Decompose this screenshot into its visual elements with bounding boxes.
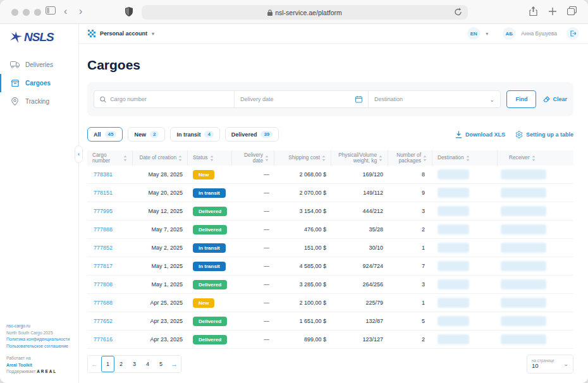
pagination-page-3[interactable]: 3 (128, 356, 141, 372)
table-row[interactable]: 777888 May 7, 2025 Delivered — 476,00 $ … (87, 221, 573, 239)
column-header-weight[interactable]: Physical/Volume weight, kg (331, 150, 388, 166)
tab-all[interactable]: All45 (87, 127, 123, 142)
areal-toolkit-link[interactable]: Areal Toolkit (6, 362, 77, 369)
table-row[interactable]: 778151 May 20, 2025 In transit — 2 070,0… (87, 184, 573, 202)
cargo-number-link[interactable]: 777808 (87, 281, 133, 288)
table-row[interactable]: 777852 May 2, 2025 In transit — 151,00 $… (87, 239, 573, 257)
sidebar-toggle-icon[interactable] (46, 6, 56, 15)
column-header-receiver[interactable]: Receiver (498, 150, 573, 166)
pagination-prev-button[interactable]: ← (88, 356, 101, 372)
window-minimize-button[interactable] (23, 9, 30, 16)
box-icon (10, 79, 20, 87)
shield-icon[interactable] (125, 7, 133, 16)
window-zoom-button[interactable] (34, 9, 41, 16)
cargo-number-link[interactable]: 777688 (87, 300, 133, 306)
tab-overview-icon[interactable] (567, 6, 577, 15)
avatar[interactable]: АБ (503, 27, 515, 40)
clear-button[interactable]: Clear (543, 96, 567, 103)
cargo-number-link[interactable]: 777995 (87, 208, 133, 214)
language-switcher[interactable]: EN (467, 27, 480, 40)
cargo-number-link[interactable]: 777852 (87, 245, 133, 251)
destination-field[interactable]: ⌄ (369, 91, 500, 107)
sidebar-item-label: Tracking (25, 98, 49, 105)
date-of-creation-cell: May 2, 2025 (133, 245, 188, 251)
table-row[interactable]: 777616 Apr 23, 2025 Delivered — 899,00 $… (87, 331, 573, 349)
app-logo[interactable]: NSLS (0, 24, 78, 49)
cargo-number-link[interactable]: 777652 (87, 318, 133, 324)
sidebar-item-cargoes[interactable]: Cargoes (0, 74, 78, 92)
reload-icon[interactable] (454, 8, 462, 16)
table-row[interactable]: 778381 May 28, 2025 New — 2 068,00 $ 169… (87, 166, 573, 184)
destination-redacted (438, 243, 469, 253)
page-title: Cargoes (87, 58, 573, 73)
pagination-page-1[interactable]: 1 (101, 356, 114, 372)
table-row[interactable]: 777995 May 12, 2025 Delivered — 3 154,00… (87, 202, 573, 221)
column-header-cargo-number[interactable]: Cargo number (87, 150, 133, 166)
cargo-number-link[interactable]: 777616 (87, 336, 133, 343)
table-row[interactable]: 777652 Apr 23, 2025 Delivered — 1 651,00… (87, 312, 573, 331)
destination-cell (432, 224, 498, 234)
tab-new[interactable]: New2 (128, 127, 165, 142)
table-row[interactable]: 777817 May 1, 2025 In transit — 4 585,00… (87, 257, 573, 276)
destination-cell (432, 188, 498, 198)
pagination-page-4[interactable]: 4 (141, 356, 154, 372)
status-badge: In transit (193, 243, 226, 253)
share-icon[interactable] (529, 6, 537, 16)
delivery-date-field[interactable] (235, 91, 369, 107)
status-cell: Delivered (188, 225, 232, 234)
new-tab-icon[interactable] (549, 8, 556, 15)
site-link[interactable]: nsc-cargo.ru (6, 323, 77, 330)
pagination-next-button[interactable]: → (168, 356, 181, 372)
cargo-number-link[interactable]: 777817 (87, 263, 133, 269)
pagination-page-5[interactable]: 5 (154, 356, 168, 372)
packages-cell: 9 (388, 190, 432, 196)
table-settings-button[interactable]: Setting up a table (515, 131, 573, 138)
column-header-date-of-creation[interactable]: Date of creation (133, 150, 188, 166)
delivery-date-input[interactable] (240, 96, 352, 102)
cargo-number-field[interactable] (94, 91, 235, 107)
address-bar[interactable]: nsl-service.ae/platform (142, 5, 468, 20)
forward-button[interactable]: › (79, 6, 82, 17)
terms-link[interactable]: Пользовательское соглашение (6, 343, 77, 350)
window-controls[interactable] (11, 9, 41, 16)
cargo-number-input[interactable] (110, 96, 228, 102)
destination-redacted (438, 334, 469, 344)
table-row[interactable]: 777688 Apr 25, 2025 New — 2 100,00 $ 225… (87, 294, 573, 312)
column-header-status[interactable]: Status (188, 150, 232, 166)
date-of-creation-cell: May 1, 2025 (133, 263, 188, 269)
weight-cell: 225/79 (331, 300, 388, 306)
download-xls-button[interactable]: Download XLS (455, 131, 505, 138)
column-header-shipping-cost[interactable]: Shipping cost (274, 150, 331, 166)
back-button[interactable]: ‹ (64, 6, 67, 17)
receiver-redacted (501, 316, 546, 326)
destination-select[interactable] (374, 96, 486, 102)
receiver-redacted (501, 188, 546, 198)
per-page-select[interactable]: на странице 10 ⌄ (527, 355, 573, 374)
pagination-page-2[interactable]: 2 (114, 356, 128, 372)
destination-cell (432, 279, 498, 289)
column-header-delivery-date[interactable]: Delivery date (232, 150, 274, 166)
workspace-label: Personal account (100, 30, 147, 37)
sidebar-item-tracking[interactable]: Tracking (0, 92, 78, 111)
logout-button[interactable] (567, 27, 579, 40)
workspace-switcher[interactable]: Personal account ▾ (88, 30, 154, 37)
shipping-cost-cell: 1 651,00 $ (274, 318, 331, 324)
tab-in-transit[interactable]: In transit4 (170, 127, 219, 142)
chevron-down-icon[interactable]: ▾ (486, 31, 488, 37)
destination-cell (432, 169, 498, 179)
cargo-number-link[interactable]: 778381 (87, 171, 133, 178)
sidebar-item-deliveries[interactable]: Deliveries (0, 56, 78, 74)
table-row[interactable]: 777808 May 1, 2025 Delivered — 3 285,00 … (87, 276, 573, 294)
sidebar-item-label: Deliveries (25, 61, 53, 68)
column-header-packages[interactable]: Number of packages (388, 150, 432, 166)
column-header-destination[interactable]: Destination (432, 150, 498, 166)
cargo-number-link[interactable]: 778151 (87, 190, 133, 196)
privacy-policy-link[interactable]: Политика конфиденциальности (6, 336, 77, 343)
tab-delivered[interactable]: Delivered39 (225, 127, 279, 142)
calendar-icon[interactable] (355, 95, 362, 103)
sidebar-collapse-button[interactable]: ‹ (75, 145, 83, 163)
find-button[interactable]: Find (506, 90, 536, 108)
window-close-button[interactable] (11, 9, 18, 16)
sidebar-menu: Deliveries Cargoes Tracking (0, 56, 78, 111)
cargo-number-link[interactable]: 777888 (87, 226, 133, 233)
